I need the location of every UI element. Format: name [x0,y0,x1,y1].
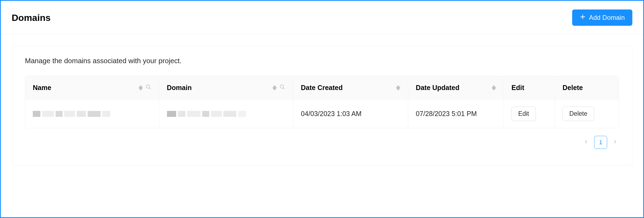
search-icon[interactable] [146,84,152,92]
sort-icon[interactable] [492,85,496,91]
add-domain-button[interactable]: Add Domain [572,9,632,26]
card-description: Manage the domains associated with your … [25,57,619,65]
redacted-content [33,111,152,117]
add-domain-label: Add Domain [589,14,625,21]
table-header-row: Name Domain [25,76,619,100]
column-label: Name [33,84,136,92]
table-row: 04/03/2023 1:03 AM 07/28/2023 5:01 PM Ed… [25,100,619,128]
column-header-date-created[interactable]: Date Created [293,76,408,100]
pagination-page-1[interactable]: 1 [594,136,607,149]
chevron-right-icon [613,139,618,146]
column-header-name[interactable]: Name [25,76,159,100]
cell-domain [159,100,294,128]
search-icon[interactable] [279,84,285,92]
page-header: Domains Add Domain [1,1,643,35]
column-label: Domain [167,84,271,92]
svg-line-3 [149,88,151,89]
cell-edit: Edit [504,100,555,128]
domains-card: Manage the domains associated with your … [12,46,632,165]
domains-table: Name Domain [25,76,619,128]
pagination: 1 [25,136,619,149]
svg-point-4 [280,85,284,88]
sort-icon[interactable] [139,85,143,91]
svg-line-5 [283,88,285,89]
sort-icon[interactable] [272,85,277,91]
sort-icon[interactable] [396,85,400,91]
cell-name [25,100,159,128]
column-label: Edit [511,84,524,91]
cell-date-updated: 07/28/2023 5:01 PM [408,100,504,128]
delete-button[interactable]: Delete [562,107,594,121]
cell-date-created: 04/03/2023 1:03 AM [293,100,408,128]
column-header-domain[interactable]: Domain [159,76,294,100]
column-label: Delete [562,84,583,91]
pagination-next[interactable] [613,139,618,146]
column-header-edit: Edit [504,76,555,100]
edit-button[interactable]: Edit [511,107,536,121]
chevron-left-icon [583,139,589,146]
pagination-prev[interactable] [583,139,589,146]
plus-icon [580,14,586,21]
cell-delete: Delete [555,100,619,128]
column-header-date-updated[interactable]: Date Updated [408,76,504,100]
redacted-content [167,111,286,117]
column-label: Date Created [301,84,394,92]
page-title: Domains [12,12,51,23]
column-header-delete: Delete [555,76,619,100]
column-label: Date Updated [416,84,490,92]
svg-point-2 [146,85,150,88]
